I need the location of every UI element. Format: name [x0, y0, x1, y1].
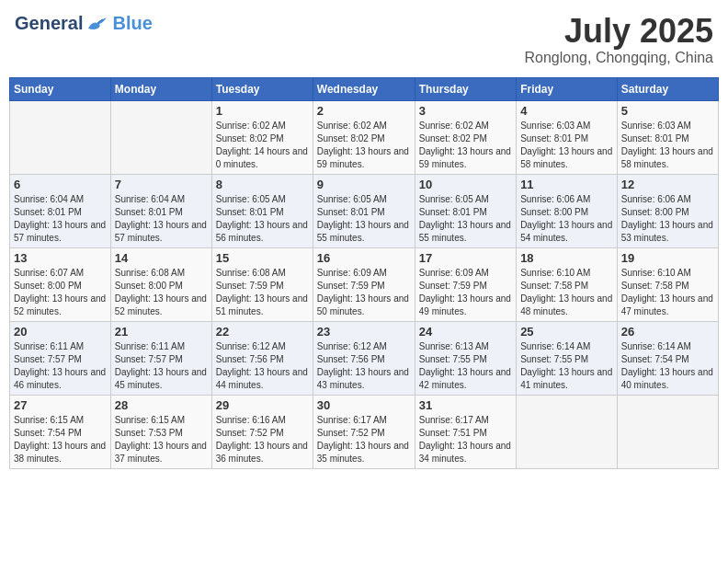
day-number: 4	[520, 104, 613, 118]
calendar-day-cell: 12Sunrise: 6:06 AMSunset: 8:00 PMDayligh…	[617, 174, 718, 247]
day-number: 18	[520, 251, 613, 265]
day-info: Sunrise: 6:08 AMSunset: 7:59 PMDaylight:…	[216, 267, 309, 318]
day-number: 13	[14, 251, 107, 265]
calendar-week-row: 27Sunrise: 6:15 AMSunset: 7:54 PMDayligh…	[10, 395, 719, 468]
weekday-header-tuesday: Tuesday	[211, 77, 313, 100]
day-info: Sunrise: 6:02 AMSunset: 8:02 PMDaylight:…	[216, 120, 309, 171]
calendar-day-cell: 14Sunrise: 6:08 AMSunset: 8:00 PMDayligh…	[110, 247, 211, 321]
weekday-header-row: SundayMondayTuesdayWednesdayThursdayFrid…	[10, 77, 719, 100]
calendar-day-cell: 6Sunrise: 6:04 AMSunset: 8:01 PMDaylight…	[10, 174, 111, 247]
calendar-day-cell: 30Sunrise: 6:17 AMSunset: 7:52 PMDayligh…	[313, 395, 415, 468]
day-info: Sunrise: 6:06 AMSunset: 8:00 PMDaylight:…	[520, 193, 613, 245]
day-info: Sunrise: 6:15 AMSunset: 7:53 PMDaylight:…	[115, 414, 208, 465]
day-number: 6	[14, 178, 107, 191]
calendar-day-cell: 8Sunrise: 6:05 AMSunset: 8:01 PMDaylight…	[211, 174, 313, 247]
calendar-day-cell: 17Sunrise: 6:09 AMSunset: 7:59 PMDayligh…	[415, 247, 516, 321]
calendar-day-cell: 18Sunrise: 6:10 AMSunset: 7:58 PMDayligh…	[517, 247, 618, 321]
logo: General Blue	[15, 13, 153, 34]
day-number: 27	[14, 398, 107, 412]
day-info: Sunrise: 6:10 AMSunset: 7:58 PMDaylight:…	[520, 267, 613, 318]
location: Ronglong, Chongqing, China	[525, 50, 713, 66]
day-info: Sunrise: 6:02 AMSunset: 8:02 PMDaylight:…	[419, 120, 512, 171]
calendar-day-cell: 27Sunrise: 6:15 AMSunset: 7:54 PMDayligh…	[10, 395, 111, 468]
calendar-day-cell: 21Sunrise: 6:11 AMSunset: 7:57 PMDayligh…	[110, 321, 211, 395]
calendar-day-cell	[517, 395, 618, 468]
calendar-table: SundayMondayTuesdayWednesdayThursdayFrid…	[9, 77, 719, 469]
day-info: Sunrise: 6:05 AMSunset: 8:01 PMDaylight:…	[419, 193, 512, 245]
month-title: July 2025	[525, 13, 713, 50]
day-info: Sunrise: 6:05 AMSunset: 8:01 PMDaylight:…	[216, 193, 309, 245]
day-info: Sunrise: 6:10 AMSunset: 7:58 PMDaylight:…	[621, 267, 714, 318]
day-info: Sunrise: 6:12 AMSunset: 7:56 PMDaylight:…	[216, 340, 309, 392]
day-number: 20	[14, 325, 107, 339]
day-number: 1	[216, 104, 309, 118]
day-number: 14	[115, 251, 208, 265]
day-info: Sunrise: 6:17 AMSunset: 7:51 PMDaylight:…	[419, 414, 512, 465]
title-block: July 2025 Ronglong, Chongqing, China	[525, 13, 713, 66]
weekday-header-wednesday: Wednesday	[313, 77, 415, 100]
day-number: 19	[621, 251, 714, 265]
weekday-header-thursday: Thursday	[415, 77, 516, 100]
calendar-day-cell: 22Sunrise: 6:12 AMSunset: 7:56 PMDayligh…	[211, 321, 313, 395]
day-info: Sunrise: 6:07 AMSunset: 8:00 PMDaylight:…	[14, 267, 107, 318]
day-info: Sunrise: 6:16 AMSunset: 7:52 PMDaylight:…	[216, 414, 309, 465]
calendar-day-cell: 13Sunrise: 6:07 AMSunset: 8:00 PMDayligh…	[10, 247, 111, 321]
calendar-day-cell: 28Sunrise: 6:15 AMSunset: 7:53 PMDayligh…	[110, 395, 211, 468]
logo-general: General	[15, 13, 83, 34]
day-info: Sunrise: 6:08 AMSunset: 8:00 PMDaylight:…	[115, 267, 208, 318]
calendar-day-cell: 2Sunrise: 6:02 AMSunset: 8:02 PMDaylight…	[313, 100, 415, 174]
day-info: Sunrise: 6:15 AMSunset: 7:54 PMDaylight:…	[14, 414, 107, 465]
day-info: Sunrise: 6:05 AMSunset: 8:01 PMDaylight:…	[317, 193, 411, 245]
day-number: 2	[317, 104, 411, 118]
day-info: Sunrise: 6:09 AMSunset: 7:59 PMDaylight:…	[419, 267, 512, 318]
day-number: 28	[115, 398, 208, 412]
day-number: 3	[419, 104, 512, 118]
weekday-header-friday: Friday	[517, 77, 618, 100]
calendar-day-cell: 23Sunrise: 6:12 AMSunset: 7:56 PMDayligh…	[313, 321, 415, 395]
day-info: Sunrise: 6:03 AMSunset: 8:01 PMDaylight:…	[621, 120, 714, 171]
calendar-day-cell: 26Sunrise: 6:14 AMSunset: 7:54 PMDayligh…	[617, 321, 718, 395]
calendar-day-cell: 7Sunrise: 6:04 AMSunset: 8:01 PMDaylight…	[110, 174, 211, 247]
day-number: 7	[115, 178, 208, 191]
calendar-day-cell: 1Sunrise: 6:02 AMSunset: 8:02 PMDaylight…	[211, 100, 313, 174]
calendar-week-row: 13Sunrise: 6:07 AMSunset: 8:00 PMDayligh…	[10, 247, 719, 321]
day-info: Sunrise: 6:14 AMSunset: 7:55 PMDaylight:…	[520, 340, 613, 392]
day-number: 23	[317, 325, 411, 339]
day-number: 10	[419, 178, 512, 191]
day-number: 15	[216, 251, 309, 265]
weekday-header-monday: Monday	[110, 77, 211, 100]
calendar-day-cell: 10Sunrise: 6:05 AMSunset: 8:01 PMDayligh…	[415, 174, 516, 247]
day-info: Sunrise: 6:09 AMSunset: 7:59 PMDaylight:…	[317, 267, 411, 318]
logo-bird-icon	[85, 16, 110, 32]
calendar-day-cell: 31Sunrise: 6:17 AMSunset: 7:51 PMDayligh…	[415, 395, 516, 468]
day-number: 5	[621, 104, 714, 118]
calendar-day-cell: 29Sunrise: 6:16 AMSunset: 7:52 PMDayligh…	[211, 395, 313, 468]
day-number: 16	[317, 251, 411, 265]
day-number: 21	[115, 325, 208, 339]
day-number: 8	[216, 178, 309, 191]
logo-blue: Blue	[112, 13, 152, 34]
day-number: 17	[419, 251, 512, 265]
day-number: 31	[419, 398, 512, 412]
day-info: Sunrise: 6:13 AMSunset: 7:55 PMDaylight:…	[419, 340, 512, 392]
calendar-day-cell: 11Sunrise: 6:06 AMSunset: 8:00 PMDayligh…	[517, 174, 618, 247]
calendar-week-row: 1Sunrise: 6:02 AMSunset: 8:02 PMDaylight…	[10, 100, 719, 174]
calendar-day-cell: 20Sunrise: 6:11 AMSunset: 7:57 PMDayligh…	[10, 321, 111, 395]
day-number: 9	[317, 178, 411, 191]
calendar-day-cell: 9Sunrise: 6:05 AMSunset: 8:01 PMDaylight…	[313, 174, 415, 247]
calendar-day-cell	[10, 100, 111, 174]
calendar-day-cell: 5Sunrise: 6:03 AMSunset: 8:01 PMDaylight…	[617, 100, 718, 174]
day-info: Sunrise: 6:12 AMSunset: 7:56 PMDaylight:…	[317, 340, 411, 392]
weekday-header-saturday: Saturday	[617, 77, 718, 100]
calendar-day-cell: 15Sunrise: 6:08 AMSunset: 7:59 PMDayligh…	[211, 247, 313, 321]
day-number: 29	[216, 398, 309, 412]
calendar-day-cell: 24Sunrise: 6:13 AMSunset: 7:55 PMDayligh…	[415, 321, 516, 395]
calendar-day-cell	[617, 395, 718, 468]
day-number: 30	[317, 398, 411, 412]
calendar-day-cell: 16Sunrise: 6:09 AMSunset: 7:59 PMDayligh…	[313, 247, 415, 321]
weekday-header-sunday: Sunday	[10, 77, 111, 100]
day-info: Sunrise: 6:06 AMSunset: 8:00 PMDaylight:…	[621, 193, 714, 245]
calendar-day-cell: 19Sunrise: 6:10 AMSunset: 7:58 PMDayligh…	[617, 247, 718, 321]
calendar-day-cell	[110, 100, 211, 174]
day-number: 25	[520, 325, 613, 339]
